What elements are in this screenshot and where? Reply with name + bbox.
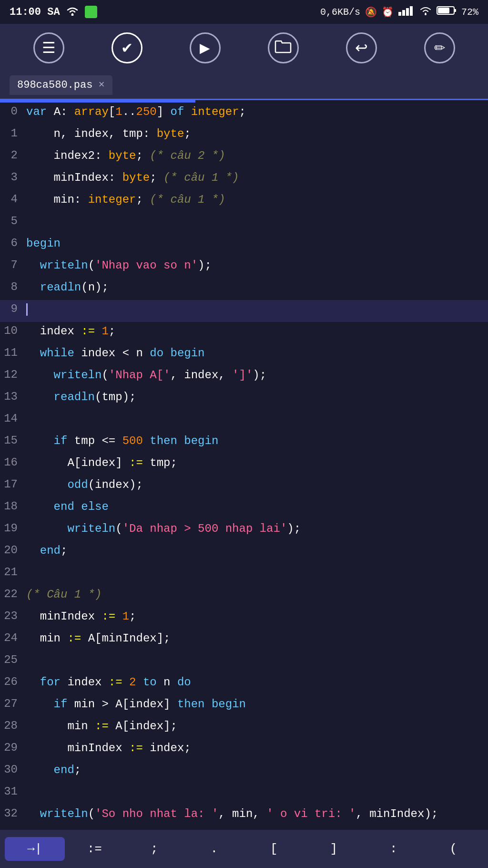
line-number: 26 — [0, 674, 26, 688]
tab-filename: 898ca580.pas — [17, 79, 92, 91]
dot-button[interactable]: . — [184, 837, 244, 861]
folder-button[interactable] — [268, 32, 299, 63]
code-line: 18 end else — [0, 497, 488, 519]
code-line: 29 minIndex := index; — [0, 739, 488, 761]
code-line: 8 readln(n); — [0, 278, 488, 300]
code-line: 31 — [0, 783, 488, 805]
edit-button[interactable]: ✏ — [424, 32, 455, 63]
line-content: min: integer; (* câu 1 *) — [26, 191, 488, 208]
line-number: 21 — [0, 564, 26, 579]
svg-rect-7 — [454, 9, 456, 12]
line-number: 14 — [0, 411, 26, 425]
undo-icon: ↩ — [355, 39, 368, 57]
bottom-bar: →| := ; . [ ] : ( — [0, 830, 488, 868]
play-icon: ▶ — [200, 40, 210, 56]
bracket-close-button[interactable]: ] — [304, 837, 364, 861]
line-content — [26, 564, 488, 581]
line-number: 10 — [0, 323, 26, 337]
green-icon — [85, 6, 97, 18]
line-content: if min > A[index] then begin — [26, 696, 488, 713]
code-line: 3 minIndex: byte; (* câu 1 *) — [0, 168, 488, 190]
network-speed: 0,6KB/s — [320, 7, 360, 18]
undo-button[interactable]: ↩ — [346, 32, 377, 63]
mute-icon: 🔕 — [365, 6, 377, 18]
line-content: end else — [26, 498, 488, 516]
svg-rect-1 — [398, 12, 401, 16]
line-number: 1 — [0, 125, 26, 140]
line-number: 23 — [0, 608, 26, 622]
line-number: 25 — [0, 652, 26, 666]
code-line: 32 writeln('So nho nhat la: ', min, ' o … — [0, 805, 488, 827]
line-content: writeln('Nhap vao so n'); — [26, 257, 488, 274]
line-number: 24 — [0, 630, 26, 644]
line-content: writeln('Da nhap > 500 nhap lai'); — [26, 520, 488, 537]
code-line: 26 for index := 2 to n do — [0, 673, 488, 695]
check-button[interactable]: ✔ — [112, 32, 142, 63]
line-number: 9 — [0, 301, 26, 315]
line-content: end; — [26, 542, 488, 559]
line-content — [26, 652, 488, 669]
code-line: 28 min := A[index]; — [0, 717, 488, 739]
colon-button[interactable]: : — [364, 837, 424, 861]
line-number: 12 — [0, 367, 26, 381]
code-line: 25 — [0, 651, 488, 673]
status-left: 11:00 SA — [10, 5, 97, 19]
code-line: 15 if tmp <= 500 then begin — [0, 432, 488, 454]
assign-button[interactable]: := — [65, 837, 125, 861]
line-number: 19 — [0, 520, 26, 535]
paren-open-button[interactable]: ( — [424, 837, 484, 861]
line-number: 3 — [0, 169, 26, 184]
line-number: 13 — [0, 389, 26, 403]
line-content: for index := 2 to n do — [26, 674, 488, 691]
semicolon-button[interactable]: ; — [124, 837, 184, 861]
code-line: 5 — [0, 212, 488, 234]
line-number: 15 — [0, 433, 26, 447]
line-content — [26, 301, 488, 318]
signal-icon — [398, 5, 415, 19]
tab-close-button[interactable]: × — [98, 79, 104, 91]
line-number: 8 — [0, 279, 26, 293]
line-content: var A: array[1..250] of integer; — [26, 103, 488, 121]
play-button[interactable]: ▶ — [190, 32, 221, 63]
code-line: 24 min := A[minIndex]; — [0, 629, 488, 651]
line-number: 2 — [0, 147, 26, 162]
svg-rect-3 — [406, 8, 409, 16]
status-bar: 11:00 SA 0,6KB/s 🔕 ⏰ 72% — [0, 0, 488, 24]
status-right: 0,6KB/s 🔕 ⏰ 72% — [320, 5, 478, 19]
code-line: 21 — [0, 563, 488, 585]
code-line: 14 — [0, 410, 488, 432]
bracket-open-button[interactable]: [ — [244, 837, 304, 861]
code-line: 0 var A: array[1..250] of integer; — [0, 103, 488, 124]
line-content: if tmp <= 500 then begin — [26, 433, 488, 450]
line-content: minIndex := index; — [26, 740, 488, 757]
menu-button[interactable]: ☰ — [33, 32, 64, 63]
line-number: 18 — [0, 498, 26, 513]
line-content: index2: byte; (* câu 2 *) — [26, 147, 488, 165]
line-content — [26, 411, 488, 428]
line-number: 31 — [0, 784, 26, 798]
line-number: 28 — [0, 718, 26, 732]
line-content: odd(index); — [26, 476, 488, 494]
svg-point-5 — [425, 13, 427, 15]
toolbar: ☰ ✔ ▶ ↩ ✏ — [0, 24, 488, 72]
line-content: (* Câu 1 *) — [26, 586, 488, 603]
line-content: begin — [26, 235, 488, 252]
line-content: min := A[index]; — [26, 718, 488, 735]
svg-rect-8 — [438, 8, 449, 13]
tab-item[interactable]: 898ca580.pas × — [10, 75, 112, 95]
code-line: 12 writeln('Nhap A[', index, ']'); — [0, 366, 488, 388]
code-line: 2 index2: byte; (* câu 2 *) — [0, 146, 488, 168]
code-line: 6 begin — [0, 234, 488, 256]
code-line: 4 min: integer; (* câu 1 *) — [0, 190, 488, 212]
wifi-status-icon — [419, 6, 432, 18]
code-area[interactable]: 0 var A: array[1..250] of integer; 1 n, … — [0, 103, 488, 868]
battery-icon — [437, 5, 457, 19]
code-line: 11 while index < n do begin — [0, 344, 488, 366]
line-number: 22 — [0, 586, 26, 600]
battery-percent: 72% — [461, 7, 478, 18]
line-number: 20 — [0, 542, 26, 557]
tab-button[interactable]: →| — [5, 837, 65, 861]
line-content: end; — [26, 762, 488, 779]
line-content: A[index] := tmp; — [26, 455, 488, 472]
line-number: 17 — [0, 476, 26, 491]
